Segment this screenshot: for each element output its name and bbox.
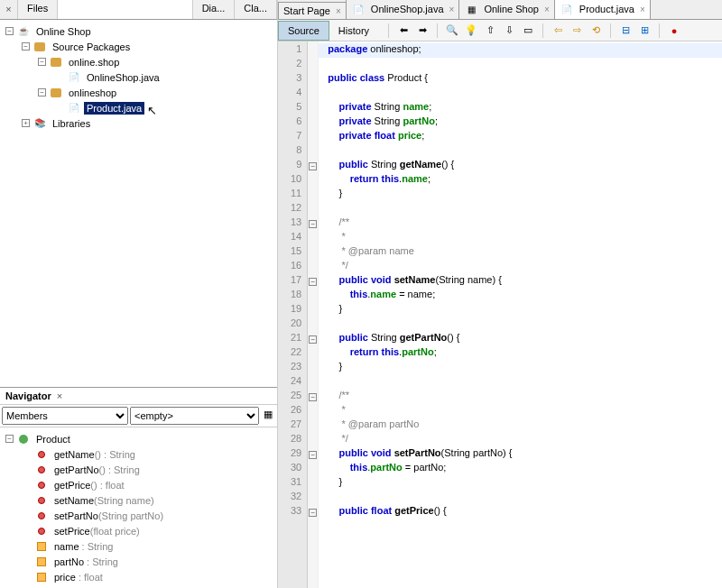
toolbar-next-icon[interactable]: ⇩: [502, 23, 516, 38]
close-tab-icon[interactable]: ×: [544, 5, 550, 14]
tree-file-1[interactable]: 📄 OnlineShop.java: [2, 69, 275, 85]
editor-sub-toolbar: Source History ⬅ ➡ 🔍 💡 ⇧ ⇩ ▭ ⇦ ⇨ ⟲ ⊟ ⊞ ●: [278, 20, 722, 41]
navigator-tree: − Product getName() : String getPartNo()…: [0, 427, 277, 588]
line-number-gutter: 1234567891011121314151617181920212223242…: [278, 41, 308, 588]
history-view-button[interactable]: History: [329, 22, 378, 40]
expand-icon[interactable]: +: [22, 119, 30, 127]
close-navigator-icon[interactable]: ×: [57, 390, 62, 401]
editor-tab-startpage[interactable]: Start Page×: [278, 2, 347, 19]
field-icon: [34, 539, 49, 554]
navigator-filter-select[interactable]: <empty>: [130, 407, 259, 425]
tree-libraries[interactable]: + 📚 Libraries: [2, 115, 275, 131]
toolbar-shift-left-icon[interactable]: ⇦: [551, 23, 565, 38]
nav-field[interactable]: name : String: [2, 538, 275, 554]
tree-package-1[interactable]: − online.shop: [2, 54, 275, 69]
method-icon: [34, 463, 49, 477]
field-icon: [34, 570, 49, 584]
toolbar-comment-icon[interactable]: ⊟: [618, 23, 633, 38]
toolbar-format-icon[interactable]: ⟲: [588, 23, 603, 38]
tab-files[interactable]: Files: [18, 0, 58, 19]
editor-tabs: Start Page× 📄OnlineShop.java× ▦Online Sh…: [278, 0, 722, 20]
navigator-panel: Navigator × Members <empty> ▦ − Product …: [0, 387, 277, 588]
expand-icon[interactable]: −: [38, 88, 46, 96]
source-view-button[interactable]: Source: [278, 21, 329, 41]
navigator-options-icon[interactable]: ▦: [261, 407, 275, 421]
editor-tab-product-java[interactable]: 📄Product.java×: [554, 0, 651, 19]
java-file-icon: 📄: [351, 2, 366, 16]
tree-root-project[interactable]: − ☕ Online Shop: [2, 23, 275, 39]
folder-icon: [32, 40, 47, 54]
nav-method[interactable]: getPartNo() : String: [2, 462, 275, 477]
fold-column: −−−−−−−: [308, 41, 319, 588]
expand-icon[interactable]: −: [38, 58, 46, 66]
method-icon: [34, 447, 49, 462]
fold-toggle-icon[interactable]: −: [309, 451, 317, 459]
fold-toggle-icon[interactable]: −: [309, 509, 317, 517]
class-icon: [16, 432, 31, 446]
package-icon: [49, 55, 63, 69]
expand-icon[interactable]: −: [5, 27, 14, 35]
tree-source-packages[interactable]: − Source Packages: [2, 39, 275, 54]
close-tab-icon[interactable]: ×: [640, 5, 645, 14]
nav-field[interactable]: price : float: [2, 569, 275, 584]
toolbar-toggle-icon[interactable]: ▭: [521, 23, 535, 38]
close-projects-icon[interactable]: ×: [0, 0, 18, 19]
toolbar-highlight-icon[interactable]: 💡: [464, 23, 478, 38]
close-tab-icon[interactable]: ×: [336, 6, 341, 16]
fold-toggle-icon[interactable]: −: [309, 393, 317, 401]
fold-toggle-icon[interactable]: −: [309, 335, 317, 344]
nav-method[interactable]: setPartNo(String partNo): [2, 508, 275, 523]
toolbar-find-icon[interactable]: 🔍: [445, 23, 459, 38]
close-tab-icon[interactable]: ×: [449, 5, 455, 14]
expand-icon[interactable]: −: [5, 435, 14, 443]
cursor-icon: ↖: [147, 104, 157, 117]
navigator-view-select[interactable]: Members: [2, 407, 128, 425]
project-tabs: × Files Dia... Cla...: [0, 0, 277, 20]
toolbar-prev-icon[interactable]: ⇧: [483, 23, 497, 38]
code-editor[interactable]: 1234567891011121314151617181920212223242…: [278, 41, 722, 588]
expand-icon[interactable]: −: [22, 42, 30, 51]
java-file-icon: 📄: [67, 101, 81, 115]
editor-tab-onlineshop-diagram[interactable]: ▦Online Shop×: [458, 0, 554, 19]
toolbar-uncomment-icon[interactable]: ⊞: [637, 23, 652, 38]
nav-method[interactable]: getName() : String: [2, 446, 275, 462]
method-icon: [34, 478, 49, 492]
method-icon: [34, 524, 49, 538]
toolbar-forward-icon[interactable]: ➡: [415, 23, 430, 38]
toolbar-shift-right-icon[interactable]: ⇨: [569, 23, 584, 38]
tab-classes[interactable]: Cla...: [235, 0, 277, 19]
code-content[interactable]: package onlineshop;public class Product …: [319, 41, 722, 588]
nav-method[interactable]: setPrice(float price): [2, 523, 275, 538]
libraries-icon: 📚: [32, 116, 47, 131]
diagram-icon: ▦: [464, 2, 478, 16]
navigator-title: Navigator: [5, 390, 51, 401]
method-icon: [34, 509, 49, 523]
nav-field[interactable]: partNo : String: [2, 554, 275, 569]
tree-file-2[interactable]: 📄 Product.java ↖: [2, 100, 275, 115]
field-icon: [34, 555, 49, 569]
fold-toggle-icon[interactable]: −: [309, 278, 317, 286]
package-icon: [49, 86, 63, 100]
tab-projects[interactable]: [58, 0, 192, 19]
tree-package-2[interactable]: − onlineshop: [2, 85, 275, 100]
project-tree: − ☕ Online Shop − Source Packages − onli…: [0, 20, 277, 387]
fold-toggle-icon[interactable]: −: [309, 162, 317, 170]
nav-method[interactable]: setName(String name): [2, 492, 275, 508]
method-icon: [34, 493, 49, 508]
nav-class[interactable]: − Product: [2, 431, 275, 446]
java-file-icon: 📄: [67, 70, 81, 85]
fold-toggle-icon[interactable]: −: [309, 220, 317, 228]
toolbar-back-icon[interactable]: ⬅: [396, 23, 411, 38]
navigator-title-bar: Navigator ×: [0, 388, 277, 405]
toolbar-stop-icon[interactable]: ●: [667, 23, 681, 38]
editor-tab-onlineshop-java[interactable]: 📄OnlineShop.java×: [346, 0, 460, 19]
nav-method[interactable]: getPrice() : float: [2, 477, 275, 492]
java-file-icon: 📄: [560, 2, 574, 16]
tab-diagrams[interactable]: Dia...: [193, 0, 236, 19]
project-icon: ☕: [16, 24, 31, 39]
